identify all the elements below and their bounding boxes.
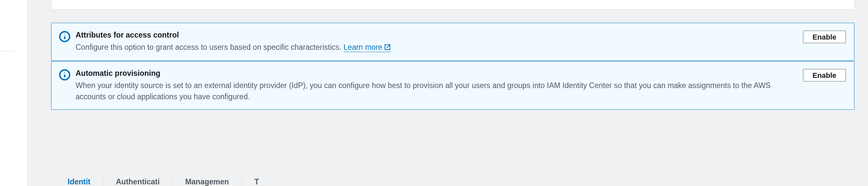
tab-t[interactable]: T	[242, 178, 272, 186]
attributes-content: Attributes for access control Configure …	[75, 30, 803, 54]
learn-more-link[interactable]: Learn more	[344, 43, 391, 52]
left-rail	[0, 0, 27, 186]
tab-authentication[interactable]: Authenticati	[103, 178, 173, 186]
attributes-access-control-panel: Attributes for access control Configure …	[51, 23, 855, 61]
svg-point-2	[64, 34, 65, 35]
attributes-description-text: Configure this option to grant access to…	[75, 43, 344, 52]
tab-identity[interactable]: Identit	[55, 178, 103, 186]
rail-divider	[0, 51, 14, 52]
svg-point-5	[64, 72, 65, 73]
attributes-title: Attributes for access control	[75, 30, 796, 40]
main-content: Attributes for access control Configure …	[27, 0, 868, 186]
attributes-description: Configure this option to grant access to…	[75, 41, 796, 54]
info-icon	[59, 69, 70, 81]
panel-top-remnant	[51, 0, 855, 9]
provisioning-content: Automatic provisioning When your identit…	[75, 68, 803, 102]
provisioning-title: Automatic provisioning	[75, 68, 796, 79]
enable-attributes-button[interactable]: Enable	[803, 31, 846, 43]
tab-management[interactable]: Managemen	[173, 178, 242, 186]
settings-tabs: Identit Authenticati Managemen T	[55, 178, 272, 186]
automatic-provisioning-panel: Automatic provisioning When your identit…	[51, 61, 855, 110]
learn-more-label: Learn more	[344, 43, 382, 52]
enable-provisioning-button[interactable]: Enable	[803, 69, 846, 82]
provisioning-description: When your identity source is set to an e…	[75, 80, 796, 102]
external-link-icon	[384, 42, 391, 54]
info-icon	[59, 31, 70, 42]
